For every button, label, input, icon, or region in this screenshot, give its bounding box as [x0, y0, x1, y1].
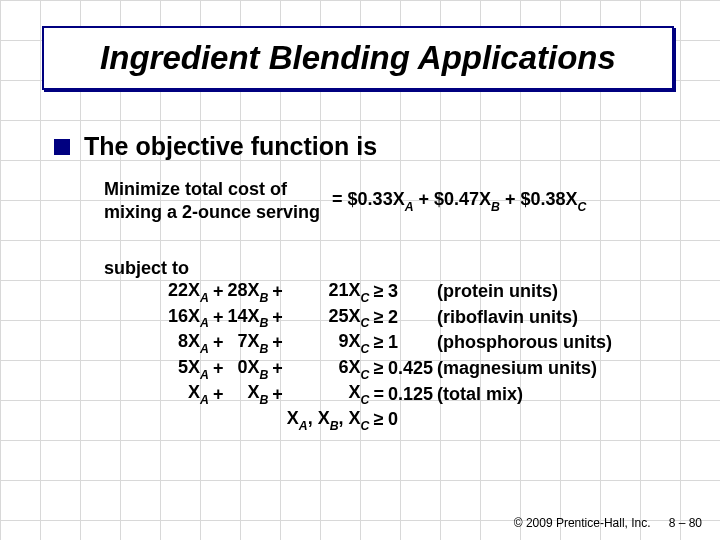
op: ≥	[371, 305, 386, 331]
coef-c: $0.38	[520, 189, 565, 209]
sub: C	[361, 316, 370, 330]
desc: (protein units)	[435, 279, 614, 305]
objective-line2: mixing a 2-ounce serving	[104, 201, 320, 224]
sep: ,	[308, 408, 318, 428]
rhs: 0.425	[386, 356, 435, 382]
sub: B	[259, 342, 268, 356]
var-xb: X	[479, 189, 491, 209]
constraints-table: 22XA + 28XB + 21XC ≥ 3 (protein units) 1…	[166, 279, 614, 433]
coef: 21	[329, 280, 349, 300]
coef-b: $0.47	[434, 189, 479, 209]
var-x: X	[247, 280, 259, 300]
sub: B	[259, 291, 268, 305]
table-row: 5XA + 0XB + 6XC ≥ 0.425 (magnesium units…	[166, 356, 614, 382]
plus: +	[270, 305, 285, 331]
var-x: X	[188, 357, 200, 377]
rhs: 3	[386, 279, 435, 305]
desc: (magnesium units)	[435, 356, 614, 382]
var-x: X	[188, 306, 200, 326]
var-x: X	[188, 280, 200, 300]
var-x: X	[247, 357, 259, 377]
var-x: X	[247, 382, 259, 402]
desc: (total mix)	[435, 381, 614, 407]
sub: B	[259, 368, 268, 382]
op: ≥	[371, 356, 386, 382]
plus: +	[270, 330, 285, 356]
var-x: X	[247, 306, 259, 326]
title-container: Ingredient Blending Applications	[44, 28, 676, 92]
table-row: 8XA + 7XB + 9XC ≥ 1 (phosphorous units)	[166, 330, 614, 356]
op: =	[371, 381, 386, 407]
sub: A	[200, 342, 209, 356]
plus: +	[270, 279, 285, 305]
plus: +	[211, 330, 226, 356]
objective-line1: Minimize total cost of	[104, 178, 320, 201]
objective-left: Minimize total cost of mixing a 2-ounce …	[104, 178, 320, 223]
coef: 14	[227, 306, 247, 326]
sub: C	[361, 368, 370, 382]
sub-b: B	[491, 200, 500, 214]
bullet-row: The objective function is	[54, 132, 377, 161]
coef: 7	[237, 331, 247, 351]
sub: C	[361, 419, 370, 433]
var-x: X	[188, 331, 200, 351]
plus-1: +	[414, 189, 435, 209]
page-number: 8 – 80	[669, 516, 702, 530]
bullet-text: The objective function is	[84, 132, 377, 161]
objective-function: Minimize total cost of mixing a 2-ounce …	[104, 178, 586, 223]
sub-a: A	[405, 200, 414, 214]
sub: A	[200, 368, 209, 382]
coef: 9	[339, 331, 349, 351]
sub: A	[200, 316, 209, 330]
var-x: X	[349, 280, 361, 300]
table-row: 16XA + 14XB + 25XC ≥ 2 (riboflavin units…	[166, 305, 614, 331]
sub: C	[361, 342, 370, 356]
sub-c: C	[578, 200, 587, 214]
sub: A	[299, 419, 308, 433]
table-row: XA + XB + XC = 0.125 (total mix)	[166, 381, 614, 407]
table-row: 22XA + 28XB + 21XC ≥ 3 (protein units)	[166, 279, 614, 305]
slide-title: Ingredient Blending Applications	[42, 26, 674, 90]
slide-footer: © 2009 Prentice-Hall, Inc. 8 – 80	[514, 516, 702, 530]
sep: ,	[339, 408, 349, 428]
table-row: XA, XB, XC ≥ 0	[166, 407, 614, 433]
var-x: X	[318, 408, 330, 428]
plus: +	[270, 381, 285, 407]
objective-expression: = $0.33XA + $0.47XB + $0.38XC	[332, 189, 586, 213]
plus-2: +	[500, 189, 521, 209]
sub: A	[200, 291, 209, 305]
sub: C	[361, 393, 370, 407]
sub: A	[200, 393, 209, 407]
rhs: 0.125	[386, 381, 435, 407]
var-x: X	[349, 331, 361, 351]
var-x: X	[349, 408, 361, 428]
coef-a: $0.33	[348, 189, 393, 209]
desc: (phosphorous units)	[435, 330, 614, 356]
coef: 0	[237, 357, 247, 377]
equals-sign: =	[332, 189, 343, 209]
var-x: X	[349, 357, 361, 377]
copyright-text: © 2009 Prentice-Hall, Inc.	[514, 516, 651, 530]
var-x: X	[349, 382, 361, 402]
nonneg-vars: XA, XB, XC	[285, 407, 372, 433]
rhs: 2	[386, 305, 435, 331]
plus: +	[211, 356, 226, 382]
var-x: X	[188, 382, 200, 402]
plus: +	[211, 305, 226, 331]
var-xc: X	[565, 189, 577, 209]
sub: C	[361, 291, 370, 305]
var-x: X	[247, 331, 259, 351]
op: ≥	[371, 330, 386, 356]
var-x: X	[349, 306, 361, 326]
subject-to-label: subject to	[104, 258, 614, 279]
plus: +	[270, 356, 285, 382]
var-xa: X	[393, 189, 405, 209]
coef: 25	[329, 306, 349, 326]
rhs: 1	[386, 330, 435, 356]
desc: (riboflavin units)	[435, 305, 614, 331]
coef: 8	[178, 331, 188, 351]
var-x: X	[287, 408, 299, 428]
sub: B	[259, 316, 268, 330]
sub: B	[259, 393, 268, 407]
plus: +	[211, 279, 226, 305]
